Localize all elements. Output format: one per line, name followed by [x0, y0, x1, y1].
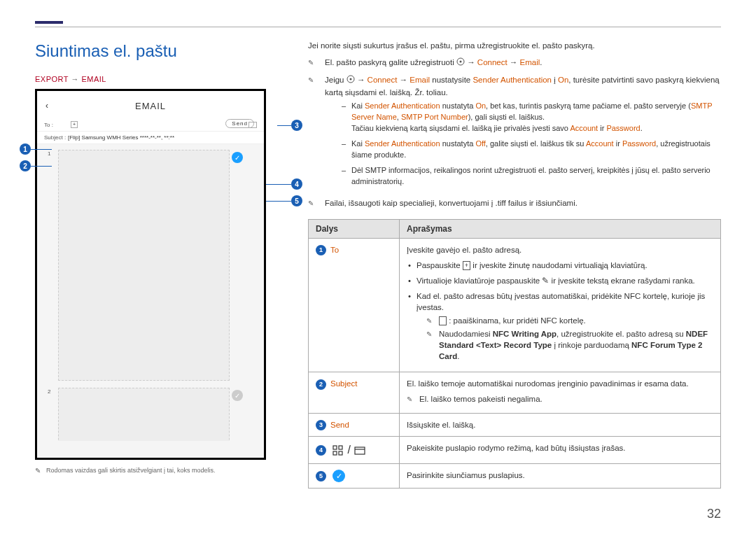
horizontal-rule	[35, 27, 721, 27]
off-label: Off	[475, 139, 485, 148]
sub-3: Dėl SMTP informacijos, reikalingos norin…	[342, 165, 721, 188]
row1-b2: Virtualioje klaviatūroje paspauskite ✎ i…	[407, 275, 713, 286]
t: : paaiškinama, kur pridėti NFC kortelę.	[447, 316, 586, 325]
t: ir	[614, 139, 622, 148]
t: ir	[598, 124, 606, 132]
num-2: 2	[316, 379, 326, 390]
notes-list: El. pašto paskyrą galite užregistruoti →…	[308, 57, 721, 209]
t: ), gali siųsti el. laiškus.	[468, 113, 545, 121]
n1-text: El. pašto paskyrą galite užregistruoti	[325, 58, 456, 66]
callout-line-2	[31, 166, 52, 167]
num-4: 4	[316, 445, 326, 456]
nfc-app-label: NFC Writing App	[493, 330, 556, 338]
check-off-icon: ✓	[232, 390, 243, 401]
th-desc: Aprašymas	[400, 219, 721, 238]
row1-bullets: Paspauskite + ir įveskite žinutę naudoda…	[407, 260, 713, 363]
arrow-text: →	[397, 76, 410, 84]
n2-text: nustatysite	[430, 76, 472, 84]
row2-l1: El. laiško temoje automatiškai nurodomas…	[407, 378, 713, 389]
grid-view-icon	[332, 444, 344, 456]
n2-text: Jeigu	[325, 76, 346, 84]
row-send: 3Send Išsiųskite el. laišką.	[309, 413, 721, 436]
nfc-rect-icon	[439, 316, 447, 325]
pencil-icon	[35, 467, 42, 474]
mock-title: EMAIL	[135, 101, 166, 111]
row1-b3: Kad el. pašto adresas būtų įvestas autom…	[407, 290, 713, 363]
back-icon: ‹	[46, 101, 49, 111]
t: Tačiau kiekvieną kartą siųsdami el. laiš…	[351, 124, 570, 132]
breadcrumb-email: EMAIL	[81, 75, 106, 83]
parts-table: Dalys Aprašymas 1To Įveskite gavėjo el. …	[308, 219, 721, 489]
pencil-icon	[407, 393, 414, 400]
handwriting-icon: ✎	[542, 276, 549, 285]
note-3: Failai, išsaugoti kaip specialieji, konv…	[308, 197, 721, 209]
callout-5: 5	[291, 195, 302, 206]
connect-label: Connect	[477, 58, 507, 66]
password-label: Password	[606, 124, 640, 132]
row4-desc: Pakeiskite puslapio rodymo režimą, kad b…	[400, 437, 721, 464]
mock-body: 1 ✓ 2 ✓	[37, 144, 264, 441]
t: ir įveskite tekstą ekrane rašydami ranka…	[549, 276, 694, 285]
t: , užregistruokite el. pašto adresą su	[556, 330, 686, 338]
t: , bet kas, turintis paskyrą tame pačiame…	[486, 101, 691, 110]
t: Naudodamiesi	[439, 330, 493, 338]
svg-rect-9	[339, 446, 342, 449]
nfc-icon	[248, 122, 257, 128]
pencil-icon	[426, 315, 433, 322]
callout-line-5	[266, 201, 291, 202]
callout-line-1	[31, 149, 52, 150]
pencil-icon	[426, 328, 433, 335]
on-label: On	[475, 101, 486, 110]
row-select: 5 ✓ Pasirinkite siunčiamus puslapius.	[309, 464, 721, 489]
callout-4: 4	[291, 178, 302, 190]
svg-rect-8	[333, 446, 337, 449]
breadcrumb-export: EXPORT	[35, 75, 69, 83]
sender-auth-label: Sender Authentication	[472, 76, 552, 84]
callout-line-3	[277, 125, 291, 126]
sub-2: Kai Sender Authentication nustatyta Off,…	[342, 139, 721, 161]
svg-point-5	[459, 60, 461, 62]
row2-note: El. laiško temos pakeisti negalima.	[407, 393, 713, 405]
mock-header: ‹ EMAIL Send	[37, 91, 264, 118]
subnote-2: Naudodamiesi NFC Writing App, užregistru…	[426, 328, 713, 362]
page-number: 32	[707, 507, 721, 521]
account-label: Account	[586, 139, 614, 148]
arrow-text: →	[355, 76, 368, 84]
section-marker	[35, 21, 63, 24]
mock-to-label: To :	[44, 122, 68, 128]
note-1: El. pašto paskyrą galite užregistruoti →…	[308, 57, 721, 69]
plus-icon: +	[71, 121, 78, 128]
email-mockup: ‹ EMAIL Send To : + Subject : [Flip] Sam…	[35, 89, 266, 460]
t: Kai	[351, 101, 365, 110]
thumb-num-2: 2	[48, 388, 50, 395]
t: nustatyta	[440, 139, 476, 148]
footnote: Rodomas vaizdas gali skirtis atsižvelgia…	[35, 467, 287, 474]
mockup-wrapper: ‹ EMAIL Send To : + Subject : [Flip] Sam…	[35, 89, 287, 460]
pencil-icon	[308, 197, 318, 204]
row-to: 1To Įveskite gavėjo el. pašto adresą. Pa…	[309, 238, 721, 372]
sub-list: Kai Sender Authentication nustatyta On, …	[342, 101, 721, 188]
t: nustatyta	[440, 101, 476, 110]
period: .	[540, 58, 542, 66]
intro-text: Jei norite siųsti sukurtus įrašus el. pa…	[308, 41, 721, 50]
smtp-port-label: SMTP Port Number	[401, 113, 468, 121]
num-1: 1	[316, 245, 326, 255]
callout-line-4	[266, 184, 291, 185]
thumb-num-1: 1	[48, 150, 50, 157]
pencil-icon	[308, 74, 318, 81]
slash: /	[347, 444, 350, 456]
n2-text: į	[552, 76, 558, 84]
callout-2: 2	[20, 160, 31, 171]
connect-label: Connect	[368, 76, 398, 84]
arrow-text: →	[507, 58, 520, 66]
th-parts: Dalys	[309, 219, 400, 238]
view-mode-icon	[235, 144, 243, 146]
row3-label: Send	[330, 421, 349, 429]
sender-auth-label: Sender Authentication	[365, 101, 440, 110]
row3-desc: Išsiųskite el. laišką.	[400, 413, 721, 436]
t: į rinkoje parduodamą	[552, 341, 631, 349]
row2-label: Subject	[330, 379, 357, 388]
gear-icon	[456, 57, 465, 69]
note-2: Jeigu → Connect → Email nustatysite Send…	[308, 74, 721, 192]
num-5: 5	[316, 471, 326, 482]
